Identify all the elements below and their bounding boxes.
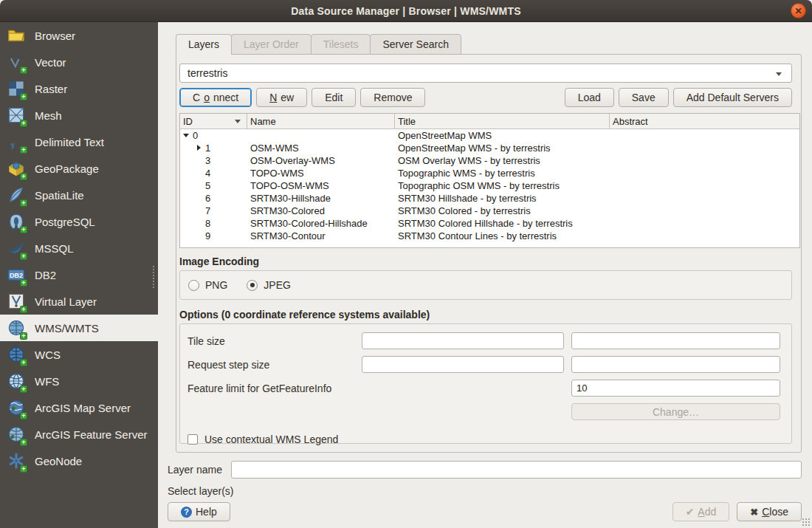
sidebar-item-arcgis-feature-server[interactable]: +ArcGIS Feature Server xyxy=(0,421,158,448)
table-row[interactable]: 5TOPO-OSM-WMSTopographic OSM WMS - by te… xyxy=(180,179,799,192)
layer-name-row: Layer name xyxy=(168,461,802,479)
titlebar[interactable]: Data Source Manager | Browser | WMS/WMTS… xyxy=(0,0,812,22)
table-row[interactable]: 8SRTM30-Colored-HillshadeSRTM30 Colored … xyxy=(180,217,799,230)
sidebar-item-label: GeoPackage xyxy=(35,162,99,175)
help-button[interactable]: ?Help xyxy=(168,502,230,521)
sidebar-item-geopackage[interactable]: +GeoPackage xyxy=(0,155,158,182)
mesh-icon: + xyxy=(7,106,25,124)
load-button[interactable]: Load xyxy=(565,88,614,107)
svg-text:,: , xyxy=(10,133,16,151)
feature-limit-label: Feature limit for GetFeatureInfo xyxy=(187,380,564,397)
sidebar-item-virtual-layer[interactable]: +Virtual Layer xyxy=(0,288,158,315)
layers-table-body: 0OpenStreetMap WMS1OSM-WMSOpenStreetMap … xyxy=(180,129,799,242)
wms-legend-checkbox-row[interactable]: Use contextual WMS Legend xyxy=(187,433,780,446)
resize-grip[interactable] xyxy=(801,517,811,527)
sidebar-item-label: Vector xyxy=(35,56,66,69)
table-row[interactable]: 3OSM-Overlay-WMSOSM Overlay WMS - by ter… xyxy=(180,154,799,167)
expand-arrow-icon[interactable] xyxy=(196,145,202,151)
server-connection-select[interactable]: terrestris xyxy=(179,64,792,83)
sidebar-item-label: SpatiaLite xyxy=(35,189,84,202)
remove-button[interactable]: Remove xyxy=(360,88,425,107)
new-button[interactable]: New xyxy=(256,88,307,107)
wfs-icon: + xyxy=(7,372,25,390)
add-plus-icon: + xyxy=(20,120,27,127)
column-header-name[interactable]: Name xyxy=(247,114,395,128)
layer-name-input[interactable] xyxy=(231,461,802,479)
db2-icon: DB2+ xyxy=(7,266,25,284)
layers-table: ID Name Title Abstract 0OpenStr xyxy=(179,113,800,248)
vector-icon: + xyxy=(7,53,25,71)
add-plus-icon: + xyxy=(20,306,27,313)
sidebar-item-browser[interactable]: Browser xyxy=(0,22,158,49)
column-header-title[interactable]: Title xyxy=(395,114,610,128)
close-button[interactable]: ✖Close xyxy=(737,502,802,521)
tile-size-height-input[interactable] xyxy=(571,332,780,349)
table-row[interactable]: 6SRTM30-HillshadeSRTM30 Hillshade - by t… xyxy=(180,192,799,205)
layers-table-header: ID Name Title Abstract xyxy=(180,114,799,129)
edit-button[interactable]: Edit xyxy=(312,88,356,107)
add-plus-icon: + xyxy=(20,253,27,260)
tree-indent xyxy=(196,157,202,164)
sidebar-item-spatialite[interactable]: +SpatiaLite xyxy=(0,182,158,208)
add-button[interactable]: ✔Add xyxy=(672,502,730,521)
raster-icon: + xyxy=(7,80,25,97)
sidebar-item-raster[interactable]: +Raster xyxy=(0,75,158,102)
feature-limit-input[interactable] xyxy=(571,380,780,397)
add-plus-icon: + xyxy=(20,359,27,366)
postgresql-icon: + xyxy=(7,213,25,230)
sidebar-item-mssql[interactable]: +MSSQL xyxy=(0,235,158,261)
table-row[interactable]: 1OSM-WMSOpenStreetMap WMS - by terrestri… xyxy=(180,142,799,154)
close-icon: ✕ xyxy=(794,7,802,16)
radio-icon xyxy=(188,280,199,291)
collapse-arrow-icon[interactable] xyxy=(183,132,190,139)
sidebar-item-label: Raster xyxy=(35,83,67,95)
request-step-height-input[interactable] xyxy=(571,356,780,373)
tab-layer-order[interactable]: Layer Order xyxy=(231,34,312,55)
sidebar-item-wms-wmts[interactable]: +WMS/WMTS xyxy=(0,315,158,341)
sidebar-item-label: WFS xyxy=(35,375,59,388)
tab-server-search[interactable]: Server Search xyxy=(370,34,461,55)
sidebar-item-delimited-text[interactable]: ,+Delimited Text xyxy=(0,128,158,155)
png-radio[interactable]: PNG xyxy=(188,279,227,291)
table-row[interactable]: 4TOPO-WMSTopographic WMS - by terrestris xyxy=(180,167,799,179)
options-group: Tile size Request step size Feature limi… xyxy=(179,323,792,444)
image-encoding-label: Image Encoding xyxy=(179,256,792,267)
data-source-manager-window: Data Source Manager | Browser | WMS/WMTS… xyxy=(0,0,812,528)
sidebar-item-vector[interactable]: +Vector xyxy=(0,49,158,75)
change-crs-button[interactable]: Change… xyxy=(571,403,780,420)
sidebar-item-arcgis-map-server[interactable]: +ArcGIS Map Server xyxy=(0,394,158,421)
tab-bar: LayersLayer OrderTilesetsServer Search xyxy=(176,34,802,54)
footer-buttons-row: ?Help ✔Add ✖Close xyxy=(168,502,802,521)
sidebar-item-geonode[interactable]: +GeoNode xyxy=(0,448,158,474)
table-row[interactable]: 9SRTM30-ContourSRTM30 Contour Lines - by… xyxy=(180,230,799,242)
sidebar-item-wfs[interactable]: +WFS xyxy=(0,368,158,394)
tree-indent xyxy=(196,220,202,227)
tab-tilesets[interactable]: Tilesets xyxy=(311,34,371,55)
tree-indent xyxy=(196,233,202,239)
column-header-abstract[interactable]: Abstract xyxy=(610,114,799,128)
delimited-text-icon: ,+ xyxy=(7,133,25,151)
wcs-icon: + xyxy=(7,346,25,363)
tile-size-width-input[interactable] xyxy=(362,332,564,349)
sidebar-item-db2[interactable]: DB2+DB2 xyxy=(0,261,158,288)
jpeg-radio[interactable]: JPEG xyxy=(247,279,291,291)
sidebar-splitter-handle[interactable] xyxy=(153,266,154,288)
table-row[interactable]: 0OpenStreetMap WMS xyxy=(180,129,799,142)
window-close-button[interactable]: ✕ xyxy=(791,3,806,18)
table-row[interactable]: 7SRTM30-ColoredSRTM30 Colored - by terre… xyxy=(180,205,799,217)
geopackage-icon: + xyxy=(7,160,25,177)
add-plus-icon: + xyxy=(20,385,27,393)
sidebar-item-label: Browser xyxy=(35,30,75,42)
connect-button[interactable]: Connect xyxy=(179,88,252,107)
request-step-width-input[interactable] xyxy=(362,356,564,373)
sidebar-item-mesh[interactable]: +Mesh xyxy=(0,102,158,128)
save-button[interactable]: Save xyxy=(619,88,669,107)
sidebar-item-postgresql[interactable]: +PostgreSQL xyxy=(0,208,158,235)
help-icon: ? xyxy=(181,507,192,518)
wms-page: LayersLayer OrderTilesetsServer Search t… xyxy=(158,22,812,528)
tab-layers[interactable]: Layers xyxy=(176,34,232,55)
sort-desc-icon xyxy=(235,120,241,123)
add-default-servers-button[interactable]: Add Default Servers xyxy=(673,88,792,107)
sidebar-item-wcs[interactable]: +WCS xyxy=(0,341,158,368)
column-header-id[interactable]: ID xyxy=(180,114,247,128)
